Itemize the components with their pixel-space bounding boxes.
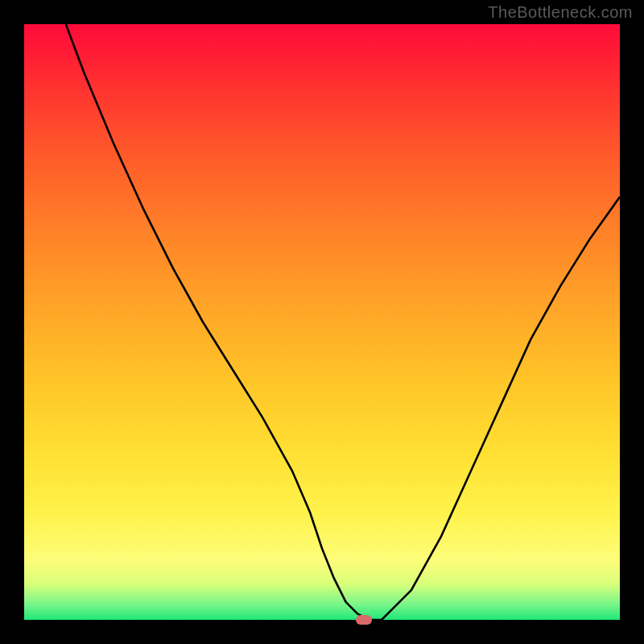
watermark-text: TheBottleneck.com: [488, 3, 633, 22]
plot-area: [24, 24, 620, 620]
curve-svg: [24, 24, 620, 620]
minimum-marker: [356, 615, 372, 625]
chart-frame: TheBottleneck.com: [0, 0, 644, 644]
curve-path: [66, 24, 620, 620]
